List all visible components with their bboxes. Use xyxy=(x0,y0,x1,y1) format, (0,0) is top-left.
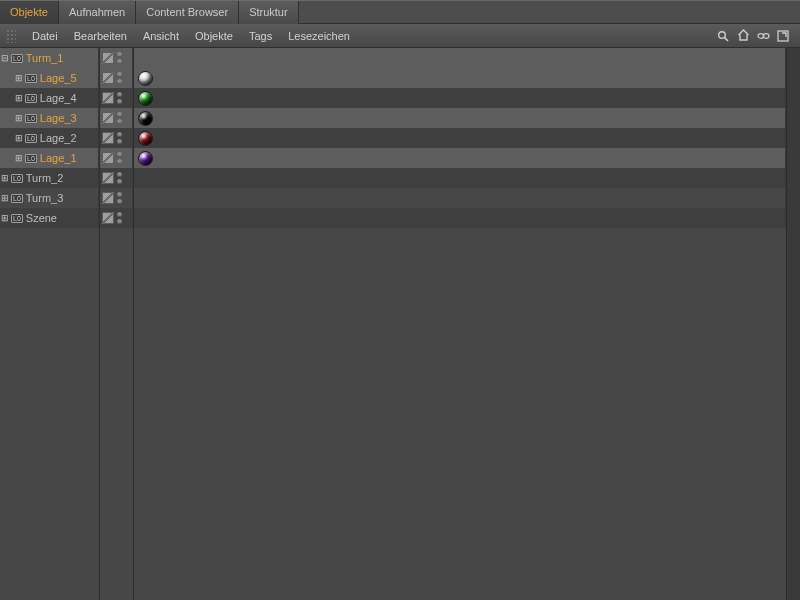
tree-item-lage-5[interactable]: ⊞ L0 Lage_5 xyxy=(0,68,99,88)
object-label: Turm_3 xyxy=(26,192,64,204)
material-tag[interactable] xyxy=(138,151,153,166)
menu-view[interactable]: Ansicht xyxy=(135,24,187,48)
material-tag[interactable] xyxy=(138,131,153,146)
maximize-icon[interactable] xyxy=(776,29,790,43)
disclosure-toggle[interactable]: ⊞ xyxy=(14,154,23,163)
material-tag[interactable] xyxy=(138,111,153,126)
layer-visibility-toggle[interactable] xyxy=(102,132,114,144)
render-visibility-toggle[interactable] xyxy=(117,92,127,104)
layer-badge: L0 xyxy=(11,194,23,203)
disclosure-toggle[interactable]: ⊞ xyxy=(14,74,23,83)
disclosure-toggle[interactable]: ⊞ xyxy=(0,194,9,203)
object-label: Turm_2 xyxy=(26,172,64,184)
layer-visibility-toggle[interactable] xyxy=(102,72,114,84)
material-tag[interactable] xyxy=(138,91,153,106)
object-name-column: ⊟ L0 Turm_1 ⊞ L0 Lage_5 ⊞ L0 Lage_4 ⊞ xyxy=(0,48,100,600)
disclosure-toggle[interactable]: ⊞ xyxy=(14,114,23,123)
layer-badge: L0 xyxy=(11,54,23,63)
object-manager-menubar: Datei Bearbeiten Ansicht Objekte Tags Le… xyxy=(0,24,800,48)
tree-item-turm-1[interactable]: ⊟ L0 Turm_1 xyxy=(0,48,99,68)
panel-tab-strip: Objekte Aufnahmen Content Browser Strukt… xyxy=(0,0,800,24)
tree-item-lage-3[interactable]: ⊞ L0 Lage_3 xyxy=(0,108,99,128)
home-icon[interactable] xyxy=(736,29,750,43)
link-icon[interactable] xyxy=(756,29,770,43)
layer-visibility-toggle[interactable] xyxy=(102,152,114,164)
layer-badge: L0 xyxy=(25,134,37,143)
disclosure-toggle[interactable]: ⊞ xyxy=(0,174,9,183)
menu-edit[interactable]: Bearbeiten xyxy=(66,24,135,48)
render-visibility-toggle[interactable] xyxy=(117,72,127,84)
object-label: Turm_1 xyxy=(26,52,64,64)
render-visibility-toggle[interactable] xyxy=(117,192,127,204)
scrollbar[interactable] xyxy=(786,48,800,600)
disclosure-toggle[interactable]: ⊞ xyxy=(14,94,23,103)
render-visibility-toggle[interactable] xyxy=(117,112,127,124)
menu-tags[interactable]: Tags xyxy=(241,24,280,48)
grip-icon xyxy=(6,29,16,43)
object-label: Lage_1 xyxy=(40,152,77,164)
layer-badge: L0 xyxy=(11,214,23,223)
tab-takes[interactable]: Aufnahmen xyxy=(59,1,136,24)
object-label: Lage_5 xyxy=(40,72,77,84)
layer-visibility-toggle[interactable] xyxy=(102,212,114,224)
disclosure-toggle[interactable]: ⊟ xyxy=(0,54,9,63)
layer-badge: L0 xyxy=(25,114,37,123)
material-tag[interactable] xyxy=(138,71,153,86)
layer-badge: L0 xyxy=(11,174,23,183)
render-visibility-toggle[interactable] xyxy=(117,152,127,164)
render-visibility-toggle[interactable] xyxy=(117,212,127,224)
object-label: Lage_2 xyxy=(40,132,77,144)
render-visibility-toggle[interactable] xyxy=(117,52,127,64)
layer-badge: L0 xyxy=(25,94,37,103)
render-visibility-toggle[interactable] xyxy=(117,132,127,144)
disclosure-toggle[interactable]: ⊞ xyxy=(0,214,9,223)
tab-objects[interactable]: Objekte xyxy=(0,1,59,24)
layer-badge: L0 xyxy=(25,154,37,163)
svg-line-1 xyxy=(725,37,728,40)
layer-visibility-toggle[interactable] xyxy=(102,52,114,64)
tree-item-szene[interactable]: ⊞ L0 Szene xyxy=(0,208,99,228)
tree-item-lage-1[interactable]: ⊞ L0 Lage_1 xyxy=(0,148,99,168)
object-label: Lage_3 xyxy=(40,112,77,124)
tree-item-turm-3[interactable]: ⊞ L0 Turm_3 xyxy=(0,188,99,208)
object-manager: ⊟ L0 Turm_1 ⊞ L0 Lage_5 ⊞ L0 Lage_4 ⊞ xyxy=(0,48,800,600)
layer-visibility-toggle[interactable] xyxy=(102,112,114,124)
menu-file[interactable]: Datei xyxy=(24,24,66,48)
object-label: Szene xyxy=(26,212,57,224)
visibility-column xyxy=(100,48,134,600)
disclosure-toggle[interactable]: ⊞ xyxy=(14,134,23,143)
tree-item-lage-2[interactable]: ⊞ L0 Lage_2 xyxy=(0,128,99,148)
layer-badge: L0 xyxy=(25,74,37,83)
layer-visibility-toggle[interactable] xyxy=(102,192,114,204)
tab-content-browser[interactable]: Content Browser xyxy=(136,1,239,24)
search-icon[interactable] xyxy=(716,29,730,43)
tags-column xyxy=(134,48,786,600)
object-label: Lage_4 xyxy=(40,92,77,104)
render-visibility-toggle[interactable] xyxy=(117,172,127,184)
tree-item-turm-2[interactable]: ⊞ L0 Turm_2 xyxy=(0,168,99,188)
menu-bookmarks[interactable]: Lesezeichen xyxy=(280,24,358,48)
tab-structure[interactable]: Struktur xyxy=(239,1,299,24)
tree-item-lage-4[interactable]: ⊞ L0 Lage_4 xyxy=(0,88,99,108)
layer-visibility-toggle[interactable] xyxy=(102,92,114,104)
menu-objects[interactable]: Objekte xyxy=(187,24,241,48)
layer-visibility-toggle[interactable] xyxy=(102,172,114,184)
svg-point-0 xyxy=(719,31,726,38)
